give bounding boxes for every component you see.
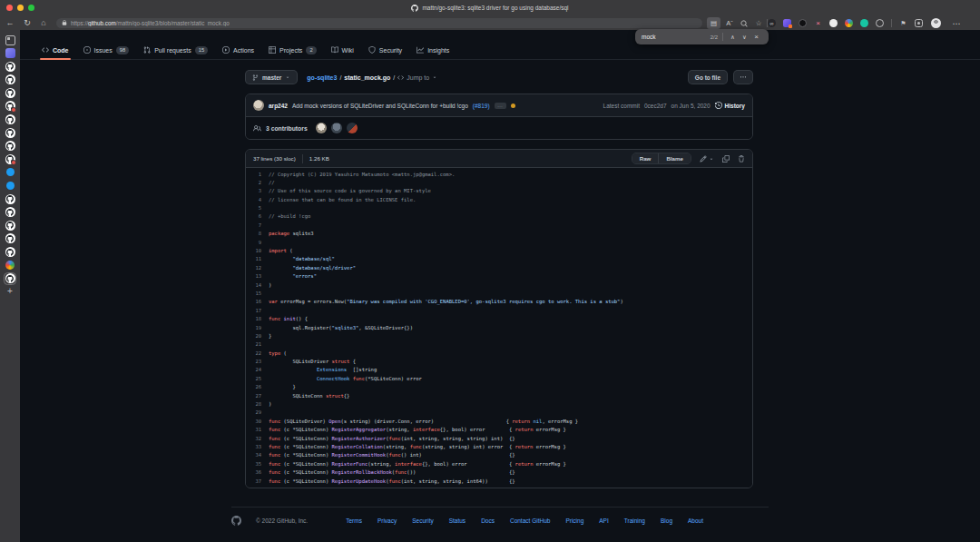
new-tab-button[interactable]: + <box>5 286 15 297</box>
line-number[interactable]: 31 <box>246 426 269 434</box>
line-number[interactable]: 23 <box>246 358 269 366</box>
line-number[interactable]: 34 <box>246 451 269 459</box>
line-number[interactable]: 16 <box>246 298 269 306</box>
extension-puzzle-icon[interactable] <box>783 19 791 27</box>
tab-overview-icon[interactable] <box>5 34 15 45</box>
line-number[interactable]: 4 <box>246 196 269 204</box>
extension-outline-icon[interactable] <box>876 19 884 27</box>
branch-selector[interactable]: master <box>245 70 298 84</box>
refresh-button[interactable]: ↻ <box>21 15 34 30</box>
contributor-avatar[interactable] <box>331 123 342 133</box>
line-number[interactable]: 22 <box>246 350 269 358</box>
line-number[interactable]: 32 <box>246 435 269 443</box>
find-on-page-icon[interactable] <box>738 17 750 29</box>
commit-message[interactable]: Add mock versions of SQLiteDriver and SQ… <box>292 103 468 109</box>
line-number[interactable]: 30 <box>246 418 269 426</box>
github-tab[interactable] <box>5 247 15 258</box>
github-tab[interactable] <box>5 101 15 112</box>
back-button[interactable]: ← <box>4 15 16 30</box>
commit-status-dot[interactable] <box>511 103 515 108</box>
line-number[interactable]: 11 <box>246 255 269 263</box>
favorites-icon[interactable]: ☆ <box>752 17 765 29</box>
line-number[interactable]: 20 <box>246 332 269 340</box>
tab-pull-requests[interactable]: Pull requests15 <box>136 41 215 59</box>
footer-link-terms[interactable]: Terms <box>346 517 362 524</box>
jump-to-button[interactable]: Jump to <box>397 74 437 81</box>
line-number[interactable]: 13 <box>246 272 269 281</box>
breadcrumb-repo-link[interactable]: go-sqlite3 <box>307 74 337 81</box>
go-to-file-button[interactable]: Go to file <box>688 70 728 84</box>
github-tab[interactable] <box>5 114 15 125</box>
footer-link-privacy[interactable]: Privacy <box>377 517 397 524</box>
delete-file-button[interactable] <box>738 155 745 163</box>
github-tab[interactable] <box>5 153 15 164</box>
line-number[interactable]: 1 <box>246 171 269 179</box>
line-number[interactable]: 35 <box>246 460 269 468</box>
line-number[interactable]: 27 <box>246 392 269 400</box>
footer-link-blog[interactable]: Blog <box>661 517 672 524</box>
line-number[interactable]: 5 <box>246 204 269 212</box>
extension-badge-icon[interactable] <box>915 19 923 27</box>
tab-wiki[interactable]: Wiki <box>324 41 361 59</box>
line-number[interactable]: 33 <box>246 443 269 451</box>
tab-security[interactable]: Security <box>361 41 409 59</box>
line-number[interactable]: 3 <box>246 187 269 195</box>
twitter-tab[interactable] <box>5 181 15 192</box>
footer-link-docs[interactable]: Docs <box>481 517 495 524</box>
line-number[interactable]: 17 <box>246 307 269 315</box>
line-number[interactable]: 9 <box>246 239 269 247</box>
tab-issues[interactable]: Issues98 <box>76 41 137 59</box>
footer-link-security[interactable]: Security <box>412 517 433 524</box>
find-close-icon[interactable]: × <box>750 33 762 41</box>
browser-tab[interactable] <box>5 260 15 271</box>
line-number[interactable]: 2 <box>246 179 269 187</box>
commit-author-avatar[interactable] <box>253 100 264 111</box>
footer-link-pricing[interactable]: Pricing <box>565 517 583 524</box>
github-tab[interactable] <box>5 193 15 204</box>
tab-projects[interactable]: Projects2 <box>261 41 324 59</box>
extension-white-icon[interactable] <box>829 19 838 27</box>
extension-infinity-icon[interactable]: ∞ <box>768 19 776 27</box>
line-number[interactable]: 8 <box>246 230 269 238</box>
find-next-icon[interactable]: ∨ <box>739 34 750 41</box>
github-tab[interactable] <box>5 61 15 72</box>
find-input[interactable]: mock <box>642 34 710 40</box>
line-number[interactable]: 28 <box>246 400 269 409</box>
twitter-tab[interactable] <box>5 167 15 178</box>
github-tab[interactable] <box>5 220 15 231</box>
more-options-button[interactable] <box>733 70 753 84</box>
line-number[interactable]: 7 <box>246 222 269 230</box>
find-previous-icon[interactable]: ∧ <box>727 34 739 41</box>
contributor-avatar[interactable] <box>347 123 358 133</box>
footer-link-api[interactable]: API <box>599 517 608 524</box>
commit-author[interactable]: arp242 <box>269 103 288 109</box>
github-tab[interactable] <box>5 141 15 152</box>
pinned-site-tab[interactable] <box>5 48 15 59</box>
extension-flag-icon[interactable]: ⚑ <box>899 19 907 27</box>
browser-menu-icon[interactable]: ⋯ <box>949 17 964 29</box>
address-bar[interactable]: https://github.com/mattn/go-sqlite3/blob… <box>56 18 702 28</box>
footer-link-status[interactable]: Status <box>449 517 466 524</box>
line-number[interactable]: 10 <box>246 247 269 255</box>
line-number[interactable]: 26 <box>246 383 269 391</box>
line-number[interactable]: 25 <box>246 375 269 383</box>
line-number[interactable]: 24 <box>246 366 269 374</box>
line-number[interactable]: 6 <box>246 212 269 221</box>
tab-actions[interactable]: Actions <box>215 41 261 59</box>
line-number[interactable]: 37 <box>246 478 269 486</box>
line-number[interactable]: 18 <box>246 315 269 323</box>
copy-raw-button[interactable] <box>722 155 730 163</box>
extension-black-icon[interactable] <box>799 19 807 27</box>
browser-profile-avatar[interactable] <box>931 18 941 28</box>
edit-file-button[interactable] <box>700 155 714 163</box>
line-number[interactable]: 19 <box>246 324 269 332</box>
reader-mode-icon[interactable]: ▤ <box>707 17 720 29</box>
extension-green-icon[interactable] <box>860 19 868 27</box>
blame-button[interactable]: Blame <box>658 153 691 163</box>
github-tab[interactable] <box>5 87 15 98</box>
github-tab[interactable] <box>5 127 15 138</box>
line-number[interactable]: 21 <box>246 340 269 349</box>
line-number[interactable]: 12 <box>246 264 269 272</box>
extension-pink-icon[interactable]: × <box>814 19 822 27</box>
raw-button[interactable]: Raw <box>632 153 659 163</box>
